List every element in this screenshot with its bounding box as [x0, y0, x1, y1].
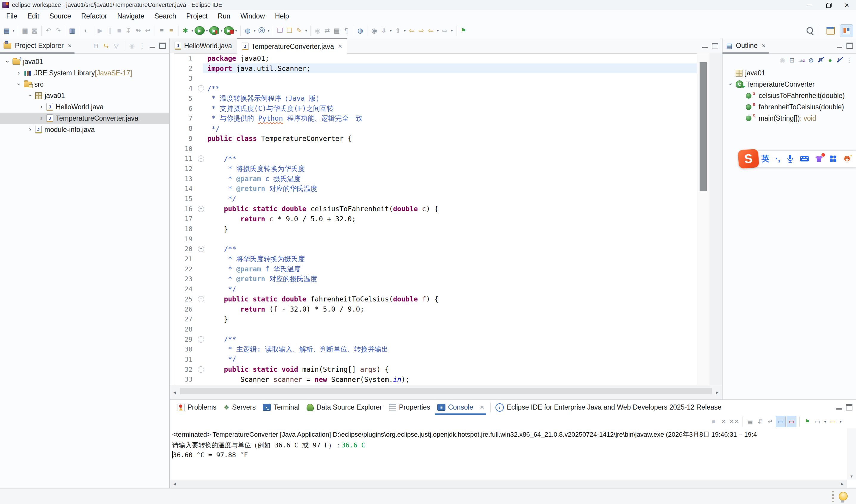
minimize-view-icon[interactable]	[835, 402, 843, 413]
sogou-logo-icon[interactable]: S	[738, 149, 759, 169]
display-selected-console-dropdown-icon[interactable]: ▾	[823, 419, 827, 424]
collapse-fold-icon[interactable]: −	[198, 366, 204, 373]
resume-icon[interactable]: ▶	[95, 25, 105, 36]
maximize-view-icon[interactable]	[845, 402, 854, 413]
outline-item-java01[interactable]: java01	[723, 67, 856, 79]
line-number[interactable]: 28	[174, 326, 194, 333]
step-over-icon[interactable]: ↬	[133, 25, 143, 36]
show-whitespace-icon[interactable]: ¶	[341, 25, 351, 36]
last-edit-location-icon[interactable]: ⇦	[426, 25, 435, 36]
collapse-arrow-icon[interactable]: ›	[4, 57, 11, 67]
open-perspective-button[interactable]	[824, 25, 837, 37]
maximize-view-icon[interactable]	[845, 41, 854, 51]
scroll-down-icon[interactable]: ▾	[847, 474, 856, 479]
open-search-icon[interactable]: ◐	[81, 25, 91, 36]
tree-item-helloworld-java[interactable]: ›JHelloWorld.java	[0, 101, 169, 113]
clear-console-icon[interactable]: ▤	[746, 416, 755, 427]
line-number[interactable]: 12	[174, 165, 194, 173]
annotation-gutter[interactable]	[170, 53, 174, 385]
expand-arrow-icon[interactable]: ›	[36, 103, 47, 111]
show-stdout-icon[interactable]: ▭	[776, 416, 786, 427]
bottom-tab-data-source-explorer[interactable]: Data Source Explorer	[303, 400, 386, 415]
line-number[interactable]: 11	[174, 155, 194, 162]
microphone-icon[interactable]	[786, 155, 794, 163]
line-number[interactable]: 20	[174, 245, 194, 253]
tree-item-src[interactable]: ›src	[0, 79, 169, 90]
ime-punctuation-button[interactable]: ·,	[775, 154, 780, 164]
line-number[interactable]: 3	[174, 75, 194, 82]
fold-column[interactable]: −	[194, 156, 207, 162]
line-number[interactable]: 4	[174, 85, 194, 92]
new-web-wizard-icon[interactable]: ◍	[243, 25, 252, 36]
scroll-left-icon[interactable]: ◂	[170, 385, 179, 399]
bottom-tab-console[interactable]: ≡Console×	[434, 400, 487, 415]
line-number[interactable]: 32	[174, 366, 194, 373]
overview-ruler[interactable]	[709, 53, 722, 385]
redo-icon[interactable]: ↷	[53, 25, 63, 36]
line-number[interactable]: 30	[174, 345, 194, 353]
suspend-icon[interactable]: ∥	[105, 25, 114, 36]
menu-item-run[interactable]: Run	[213, 12, 235, 20]
collapse-fold-icon[interactable]: −	[198, 206, 204, 212]
scroll-right-icon[interactable]: ▸	[838, 480, 847, 488]
apps-grid-icon[interactable]	[829, 155, 837, 163]
scroll-lock-icon[interactable]: ⇵	[755, 416, 765, 427]
close-view-icon[interactable]: ×	[68, 42, 72, 50]
run-dropdown-icon[interactable]: ▾	[205, 28, 209, 33]
editor-horizontal-scrollbar[interactable]: ◂ ▸	[170, 385, 722, 399]
show-annotations-icon[interactable]: ▤	[332, 25, 341, 36]
menu-item-window[interactable]: Window	[235, 12, 270, 20]
open-console-icon[interactable]: ▭	[828, 416, 838, 427]
new-wizard-icon[interactable]: ▤	[2, 25, 11, 36]
line-number[interactable]: 10	[174, 145, 194, 152]
scroll-left-icon[interactable]: ◂	[170, 480, 179, 488]
collaboration-faded-icon[interactable]: ◉	[778, 55, 787, 65]
keyboard-icon[interactable]	[800, 155, 809, 162]
collaboration-icon[interactable]: ◉	[313, 25, 322, 36]
filter-icon[interactable]: ▽	[112, 41, 121, 51]
minimize-view-icon[interactable]	[148, 41, 157, 51]
collapse-fold-icon[interactable]: −	[198, 336, 204, 343]
hide-fields-icon[interactable]: ⊘	[806, 55, 816, 65]
skin-icon[interactable]	[815, 155, 823, 163]
console-horizontal-scrollbar[interactable]: ◂ ▸	[170, 480, 847, 488]
synchronize-icon[interactable]: Ⓢ	[257, 25, 266, 36]
line-number[interactable]: 31	[174, 356, 194, 363]
collapse-fold-icon[interactable]: −	[198, 296, 204, 302]
maximize-view-icon[interactable]	[158, 41, 167, 51]
open-browser-icon[interactable]: ◍	[355, 25, 365, 36]
close-view-icon[interactable]: ×	[762, 42, 766, 50]
save-icon[interactable]: ▦	[20, 25, 30, 36]
synchronize-dropdown-icon[interactable]: ▾	[266, 28, 271, 33]
debug-icon[interactable]: ✱	[181, 25, 190, 36]
scroll-right-icon[interactable]: ▸	[712, 385, 722, 399]
terminate-icon[interactable]: ■	[114, 25, 124, 36]
line-number[interactable]: 23	[174, 275, 194, 283]
collapse-all-icon[interactable]: ⊟	[787, 55, 797, 65]
restore-button[interactable]	[819, 0, 838, 10]
line-number[interactable]: 17	[174, 215, 194, 222]
display-selected-console-icon[interactable]: ▭	[813, 416, 822, 427]
line-number[interactable]: 7	[174, 115, 194, 122]
run-icon[interactable]: ▶	[195, 26, 205, 35]
collapse-fold-icon[interactable]: −	[198, 156, 204, 162]
forward-dropdown-icon[interactable]: ▾	[450, 28, 454, 33]
pin-editor-icon[interactable]: ⚑	[459, 25, 468, 36]
previous-annotation-icon[interactable]: ⇦	[407, 25, 416, 36]
line-number[interactable]: 33	[174, 376, 194, 383]
line-number[interactable]: 26	[174, 306, 194, 313]
fold-column[interactable]: −	[194, 246, 207, 252]
next-annotation-icon[interactable]: ⇨	[416, 25, 426, 36]
collapse-arrow-icon[interactable]: ›	[727, 79, 734, 89]
assistant-mascot-icon[interactable]: ✦	[843, 154, 852, 163]
hide-static-members-icon[interactable]: S	[816, 55, 825, 65]
check-out-dropdown-icon[interactable]: ▾	[389, 28, 393, 33]
line-number[interactable]: 22	[174, 265, 194, 273]
remote-systems-icon[interactable]: ▥	[67, 25, 77, 36]
editor-tab-temperatureconverter-java[interactable]: JTemperatureConverter.java×	[237, 38, 347, 54]
coverage-launch-icon[interactable]: ≡	[166, 25, 176, 36]
line-number[interactable]: 24	[174, 285, 194, 293]
console-vertical-scrollbar[interactable]: ▾	[847, 428, 856, 480]
remove-launch-icon[interactable]: ✕	[719, 416, 728, 427]
line-number[interactable]: 8	[174, 125, 194, 132]
